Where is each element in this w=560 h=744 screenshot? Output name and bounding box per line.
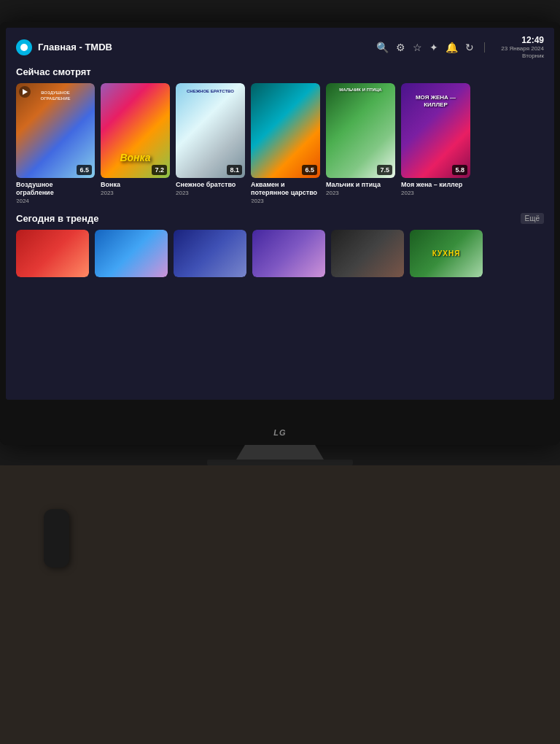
trend-card-1[interactable] [16,230,89,277]
logo-inner [20,44,28,51]
lg-logo: LG [273,428,286,437]
time-block: 12:49 23 Января 2024 Вторник [501,35,544,59]
app-title: Главная - TMDB [38,42,376,53]
movie-year-akvamen: 2023 [251,198,320,204]
desk-area [0,465,560,744]
header-icons: 🔍 ⚙ ☆ ✦ 🔔 ↻ 12:49 23 Января 2024 Вторник [376,35,544,59]
rating-zhena: 5.8 [452,165,467,175]
movie-title-zhena: Моя жена – киллер [401,181,470,189]
clock: 12:49 [521,35,544,45]
trend-card-5[interactable] [331,230,404,277]
movie-year-malchik: 2023 [326,190,395,196]
movie-title-snezhnoe: Снежное братство [176,181,245,189]
play-overlay [19,86,31,98]
movie-card-vozdushnoe[interactable]: ВОЗДУШНОЕОГРАБЛЕНИЕ 6.5 Воздушноеограбле… [16,83,95,204]
settings-icon[interactable]: ⚙ [396,42,405,53]
rating-akvamen: 6.5 [302,165,317,175]
poster-vonka [101,83,170,178]
card-inner-zhena: МОЯ ЖЕНА — КИЛЛЕР 5.8 [401,83,470,178]
star-icon[interactable]: ☆ [413,42,422,53]
movie-card-malchik[interactable]: МАЛЬЧИК И ПТИЦА 7.5 Мальчик и птица 2023 [326,83,395,204]
screen-content: Главная - TMDB 🔍 ⚙ ☆ ✦ 🔔 ↻ 12:49 23 Янва… [6,28,554,400]
movie-card-snezhnoe[interactable]: СНЕЖНОЕ БРАТСТВО 8.1 Снежное братство 20… [176,83,245,204]
card-inner-snezhnoe: СНЕЖНОЕ БРАТСТВО 8.1 [176,83,245,178]
trend-card-2[interactable] [95,230,168,277]
snezhnoe-label: СНЕЖНОЕ БРАТСТВО [179,89,242,93]
now-watching-section: Сейчас смотрят ВОЗДУШНОЕОГРАБЛЕНИЕ [6,66,554,204]
movie-title-vozdushnoe: Воздушноеограбление [16,181,95,197]
movie-card-vonka[interactable]: Вонка 7.2 Вонка 2023 [101,83,170,204]
rating-vozdushnoe: 6.5 [77,165,92,175]
tv-base [207,460,353,465]
poster-akvamen [251,83,320,178]
play-triangle [23,89,28,95]
movie-info-snezhnoe: Снежное братство 2023 [176,181,245,196]
date-line2: Вторник [522,53,544,60]
rating-malchik: 7.5 [377,165,392,175]
vonka-title-overlay: Вонка [120,152,150,163]
search-icon[interactable]: 🔍 [376,42,389,53]
movie-card-akvamen[interactable]: 6.5 Аквамен и потерянное царство 2023 [251,83,320,204]
movie-info-vozdushnoe: Воздушноеограбление 2024 [16,181,95,204]
poster-vozdushnoe: ВОЗДУШНОЕОГРАБЛЕНИЕ [16,83,95,178]
movie-title-malchik: Мальчик и птица [326,181,395,189]
movie-title-vonka: Вонка [101,181,170,189]
tv-brand-label: LG [273,427,286,438]
rating-vonka: 7.2 [152,165,167,175]
tv-screen: Главная - TMDB 🔍 ⚙ ☆ ✦ 🔔 ↻ 12:49 23 Янва… [6,28,554,400]
trend-poster-1 [16,230,89,277]
trending-section: Сегодня в тренде Ещё [6,213,554,277]
header: Главная - TMDB 🔍 ⚙ ☆ ✦ 🔔 ↻ 12:49 23 Янва… [6,28,554,63]
kuhnya-label: КУХНЯ [432,249,461,257]
tv-outer: Главная - TMDB 🔍 ⚙ ☆ ✦ 🔔 ↻ 12:49 23 Янва… [0,22,560,445]
movie-info-zhena: Моя жена – киллер 2023 [401,181,470,196]
remote-control [44,509,69,567]
movie-year-zhena: 2023 [401,190,470,196]
trend-poster-3 [174,230,246,277]
trend-row: КУХНЯ [16,230,544,277]
trend-poster-2 [95,230,168,277]
movie-info-akvamen: Аквамен и потерянное царство 2023 [251,181,320,204]
malchik-label: МАЛЬЧИК И ПТИЦА [329,88,392,92]
plus-icon[interactable]: ✦ [429,42,438,53]
movie-card-zhena[interactable]: МОЯ ЖЕНА — КИЛЛЕР 5.8 Моя жена – киллер … [401,83,470,204]
vozdushnoe-overlay-text: ВОЗДУШНОЕОГРАБЛЕНИЕ [41,90,71,102]
rating-snezhnoe: 8.1 [227,165,242,175]
trend-card-kuhnya[interactable]: КУХНЯ [410,230,483,277]
poster-zhena: МОЯ ЖЕНА — КИЛЛЕР [401,83,470,178]
card-inner-akvamen: 6.5 [251,83,320,178]
movie-year-vonka: 2023 [101,190,170,196]
date-line1: 23 Января 2024 [501,45,544,53]
card-inner-vozdushnoe: ВОЗДУШНОЕОГРАБЛЕНИЕ 6.5 [16,83,95,178]
tv-stand-area [0,445,560,465]
card-inner-malchik: МАЛЬЧИК И ПТИЦА 7.5 [326,83,395,178]
header-divider [484,42,485,53]
poster-snezhnoe: СНЕЖНОЕ БРАТСТВО [176,83,245,178]
now-watching-title: Сейчас смотрят [16,66,91,77]
trending-title: Сегодня в тренде [16,213,98,224]
card-inner-vonka: Вонка 7.2 [101,83,170,178]
section-header-trending: Сегодня в тренде Ещё [16,213,544,224]
trend-card-3[interactable] [174,230,246,277]
trending-more-btn[interactable]: Ещё [521,213,544,224]
movie-title-akvamen: Аквамен и потерянное царство [251,181,320,197]
tmdb-logo [16,39,32,55]
movies-row: ВОЗДУШНОЕОГРАБЛЕНИЕ 6.5 Воздушноеограбле… [16,83,544,204]
poster-malchik: МАЛЬЧИК И ПТИЦА [326,83,395,178]
refresh-icon[interactable]: ↻ [465,42,474,53]
trend-poster-kuhnya: КУХНЯ [410,230,483,277]
bell-icon[interactable]: 🔔 [446,42,458,53]
movie-info-malchik: Мальчик и птица 2023 [326,181,395,196]
trend-card-4[interactable] [252,230,325,277]
tv-stand [236,445,324,460]
section-header-now: Сейчас смотрят [16,66,544,77]
zhena-text-overlay: МОЯ ЖЕНА — КИЛЛЕР [405,94,466,108]
trend-poster-4 [252,230,325,277]
trend-poster-5 [331,230,404,277]
movie-year-snezhnoe: 2023 [176,190,245,196]
movie-info-vonka: Вонка 2023 [101,181,170,196]
movie-year-vozdushnoe: 2024 [16,198,95,204]
